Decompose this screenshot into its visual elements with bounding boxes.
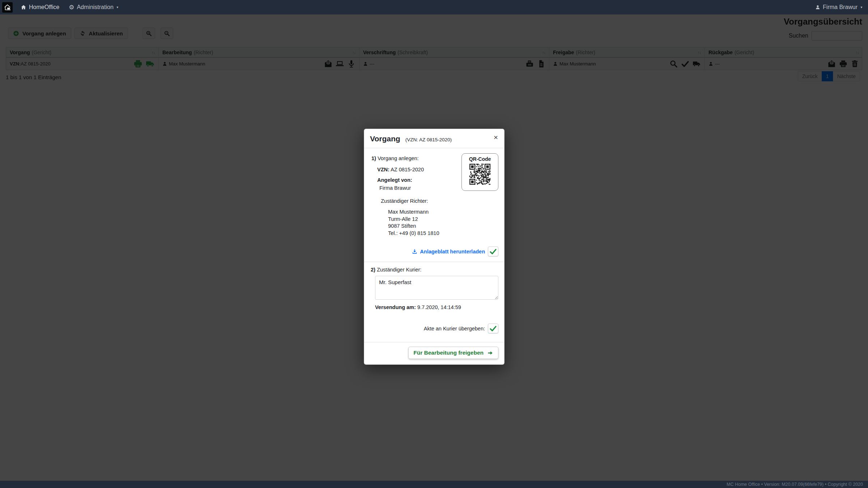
vorgang-table: Vorgang (Gericht) ↑↓ Bearbeitung (Richte… bbox=[6, 47, 862, 70]
column-qualifier: (Schreibkraft) bbox=[397, 50, 428, 55]
column-name: Vorgang bbox=[10, 50, 30, 55]
richter-city: 9087 Stiften bbox=[388, 223, 498, 230]
zoom-out-button[interactable] bbox=[161, 27, 173, 39]
refresh-button[interactable]: Aktualisieren bbox=[75, 27, 128, 39]
download-link-label: Anlageblatt herunterladen bbox=[420, 249, 485, 254]
app-logo[interactable] bbox=[2, 2, 13, 13]
richter-name: Max Mustermann bbox=[388, 209, 498, 216]
trash-icon[interactable] bbox=[851, 60, 859, 68]
table-info-text: 1 bis 1 von 1 Einträgen bbox=[6, 74, 61, 80]
pagination: Zurück 1 Nächste bbox=[798, 71, 860, 81]
pagination-prev-button[interactable]: Zurück bbox=[798, 71, 822, 81]
printer-icon[interactable] bbox=[839, 60, 847, 68]
column-header-bearbeitung[interactable]: Bearbeitung (Richter) ↑↓ bbox=[158, 47, 359, 57]
modal-header: Vorgang (VZN: AZ 0815-2020) × bbox=[364, 129, 504, 148]
versand-value: 9.7.2020, 14:14:59 bbox=[417, 304, 461, 310]
verschriftung-user: --- bbox=[370, 61, 374, 67]
cell-rueckgabe: --- bbox=[705, 58, 863, 70]
check-icon[interactable] bbox=[681, 60, 689, 68]
gear-icon: ⚙ bbox=[69, 4, 74, 10]
zoom-in-icon bbox=[146, 30, 152, 37]
sort-icon: ↑↓ bbox=[152, 50, 155, 55]
sort-icon: ↑↓ bbox=[856, 50, 859, 55]
sort-icon: ↑↓ bbox=[352, 50, 356, 55]
download-anlageblatt-link[interactable]: Anlageblatt herunterladen bbox=[412, 249, 485, 254]
column-name: Bearbeitung bbox=[162, 50, 192, 55]
nav-user-menu[interactable]: Firma Brawur ▼ bbox=[815, 4, 863, 10]
home-office-logo-icon bbox=[3, 3, 12, 12]
richter-street: Turm-Alle 12 bbox=[388, 216, 498, 223]
table-row: VZN: AZ 0815-2020 Max Mustermann bbox=[6, 58, 862, 70]
column-header-rueckgabe[interactable]: Rückgabe (Gericht) ↑↓ bbox=[705, 47, 863, 57]
arrow-right-icon bbox=[487, 350, 493, 356]
envelope-open-text-icon[interactable] bbox=[827, 60, 836, 68]
pagination-next-button[interactable]: Nächste bbox=[833, 71, 860, 81]
qr-code-label: QR-Code bbox=[464, 156, 496, 162]
column-qualifier: (Richter) bbox=[576, 50, 595, 55]
close-icon[interactable]: × bbox=[493, 133, 499, 142]
courier-textarea[interactable]: Mr. Superfast bbox=[375, 276, 498, 300]
check-icon bbox=[489, 325, 497, 332]
app-root: HomeOffice ⚙ Administration ▼ Firma Braw… bbox=[0, 0, 868, 488]
handover-confirm-button[interactable] bbox=[488, 324, 498, 333]
column-header-vorgang[interactable]: Vorgang (Gericht) ↑↓ bbox=[6, 47, 158, 57]
brand-label: HomeOffice bbox=[29, 4, 59, 10]
vzn-label: VZN: bbox=[10, 61, 21, 67]
search-icon[interactable] bbox=[669, 60, 678, 68]
versand-label: Versendung am: bbox=[375, 304, 416, 310]
handover-label: Akte an Kurier übergeben: bbox=[424, 326, 485, 331]
zoom-in-button[interactable] bbox=[142, 27, 155, 39]
refresh-label: Aktualisieren bbox=[89, 30, 123, 37]
nav-brand-homeoffice[interactable]: HomeOffice bbox=[21, 4, 59, 10]
step1-number: 1) bbox=[371, 155, 376, 161]
column-qualifier: (Gericht) bbox=[735, 50, 754, 55]
top-navbar: HomeOffice ⚙ Administration ▼ Firma Braw… bbox=[0, 0, 868, 14]
file-icon[interactable] bbox=[537, 60, 545, 68]
cell-verschriftung: --- bbox=[359, 58, 549, 70]
home-icon bbox=[21, 4, 26, 10]
column-name: Rückgabe bbox=[709, 50, 733, 55]
release-for-bearbeitung-button[interactable]: Für Bearbeitung freigeben bbox=[408, 347, 498, 359]
bottom-status-bar: MC Home Office • Version: M20.07.09(66fe… bbox=[0, 481, 868, 488]
vzn-value: AZ 0815-2020 bbox=[21, 61, 50, 67]
caret-down-icon: ▼ bbox=[860, 5, 863, 9]
user-icon bbox=[553, 61, 558, 66]
microphone-icon[interactable] bbox=[347, 60, 356, 68]
truck-icon[interactable] bbox=[146, 59, 155, 68]
admin-menu-label: Administration bbox=[77, 4, 113, 10]
truck-icon[interactable] bbox=[693, 60, 701, 68]
envelope-open-text-icon[interactable] bbox=[324, 60, 332, 68]
section-divider bbox=[364, 262, 504, 262]
vorgang-modal: Vorgang (VZN: AZ 0815-2020) × 1) Vorgang… bbox=[364, 129, 505, 365]
step2-label: Zuständiger Kurier: bbox=[377, 267, 421, 273]
nav-menu-administration[interactable]: ⚙ Administration ▼ bbox=[69, 4, 119, 10]
pagination-page-1[interactable]: 1 bbox=[822, 71, 833, 81]
search-label: Suchen bbox=[789, 33, 808, 39]
column-qualifier: (Gericht) bbox=[32, 50, 51, 55]
sort-icon: ↑↓ bbox=[698, 50, 701, 55]
plus-circle-icon bbox=[13, 30, 19, 37]
column-header-freigabe[interactable]: Freigabe (Richter) ↑↓ bbox=[549, 47, 705, 57]
anlageblatt-confirm-button[interactable] bbox=[488, 247, 498, 256]
modal-footer: Für Bearbeitung freigeben bbox=[364, 342, 504, 364]
printer-icon[interactable] bbox=[133, 59, 142, 68]
user-icon bbox=[709, 61, 713, 66]
vzn-value: AZ 0815-2020 bbox=[391, 167, 424, 172]
create-vorgang-button[interactable]: Vorgang anlegen bbox=[8, 27, 71, 39]
table-search: Suchen bbox=[789, 31, 862, 40]
modal-subtitle: (VZN: AZ 0815-2020) bbox=[405, 137, 452, 142]
footer-version-text: MC Home Office • Version: M20.07.09(66fe… bbox=[727, 482, 863, 487]
column-name: Verschriftung bbox=[363, 50, 396, 55]
richter-label: Zuständiger Richter: bbox=[381, 198, 498, 204]
page-title: Vorgangsübersicht bbox=[784, 17, 862, 27]
refresh-icon bbox=[80, 30, 86, 37]
richter-phone: Tel.: +49 (0) 815 1810 bbox=[388, 230, 498, 237]
column-name: Freigabe bbox=[553, 50, 574, 55]
modal-body: 1) Vorgang anlegen: VZN: AZ 0815-2020 An… bbox=[364, 148, 504, 342]
search-input[interactable] bbox=[812, 31, 862, 40]
fax-icon[interactable] bbox=[526, 60, 534, 68]
laptop-icon[interactable] bbox=[336, 60, 344, 68]
column-header-verschriftung[interactable]: Verschriftung (Schreibkraft) ↑↓ bbox=[359, 47, 549, 57]
table-header-row: Vorgang (Gericht) ↑↓ Bearbeitung (Richte… bbox=[6, 47, 862, 58]
rueckgabe-user: --- bbox=[715, 61, 720, 67]
